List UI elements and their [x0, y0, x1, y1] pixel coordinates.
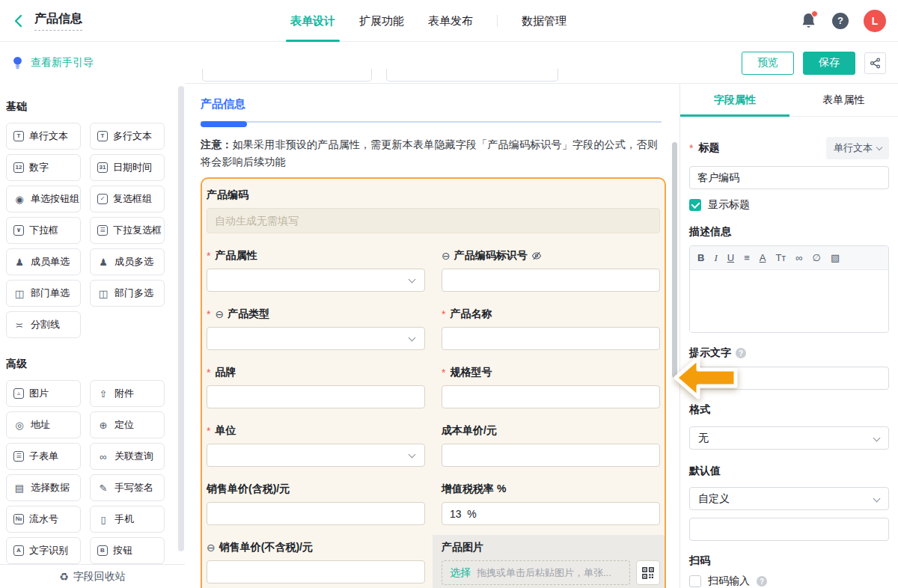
- description-editor[interactable]: B I U ≡ A Tт ∞ ∅ ▧: [689, 245, 889, 333]
- tab-form-properties[interactable]: 表单属性: [789, 84, 898, 116]
- upload-hint: 拖拽或单击后粘贴图片，单张...: [477, 566, 611, 580]
- chevron-down-icon: [409, 276, 416, 284]
- show-title-checkbox[interactable]: [689, 199, 701, 211]
- unit-select[interactable]: [207, 444, 425, 467]
- preview-button[interactable]: 预览: [742, 52, 794, 75]
- field-recycle-bin[interactable]: ♻ 字段回收站: [0, 564, 185, 588]
- product-code-input[interactable]: [207, 208, 660, 233]
- button-field-icon: B: [97, 545, 108, 556]
- palette-item-lookup[interactable]: ∞关联查询: [90, 443, 165, 470]
- palette-item-checkbox-group[interactable]: ✓复选框组: [90, 186, 165, 212]
- tab-extensions[interactable]: 扩展功能: [359, 0, 404, 42]
- tab-form-publish[interactable]: 表单发布: [428, 0, 473, 42]
- palette-item-mobile[interactable]: ▯手机: [90, 506, 165, 533]
- bold-icon[interactable]: B: [697, 253, 704, 263]
- field-row: 产品编码: [207, 189, 660, 233]
- palette-item-date-time[interactable]: 31日期时间: [90, 154, 165, 181]
- main-nav-tabs: 表单设计 扩展功能 表单发布 数据管理: [290, 0, 566, 42]
- avatar[interactable]: L: [864, 10, 886, 32]
- share-button[interactable]: [864, 52, 886, 74]
- canvas-scrollbar[interactable]: [672, 142, 677, 378]
- sale-price-notax-input[interactable]: [207, 560, 425, 584]
- font-size-icon[interactable]: Tт: [775, 253, 786, 263]
- palette-item-dropdown[interactable]: ∨下拉框: [6, 217, 81, 244]
- palette-item-image[interactable]: ▵图片: [6, 380, 81, 407]
- sale-price-tax-input[interactable]: [207, 502, 425, 525]
- palette-item-attachment[interactable]: ⇧附件: [90, 380, 165, 407]
- palette-item-dropdown-multi[interactable]: ☰下拉复选框: [90, 217, 165, 244]
- beginner-guide-link[interactable]: 查看新手引导: [12, 56, 94, 70]
- notifications-button[interactable]: [801, 12, 817, 30]
- palette-item-radio-group[interactable]: ◉单选按钮组: [6, 186, 81, 212]
- palette-item-location[interactable]: ⊕定位: [90, 411, 165, 438]
- vat-rate-input[interactable]: [442, 502, 660, 525]
- scan-section-label: 扫码: [689, 554, 889, 568]
- scan-input-checkbox[interactable]: [689, 575, 701, 587]
- field-title-input[interactable]: [689, 166, 889, 189]
- palette-item-member-multi[interactable]: ♟成员多选: [90, 248, 165, 275]
- palette-item-ocr[interactable]: A文字识别: [6, 537, 81, 564]
- font-color-icon[interactable]: A: [760, 253, 766, 263]
- italic-icon[interactable]: I: [714, 253, 717, 263]
- format-select[interactable]: 无: [689, 426, 889, 450]
- product-name-input[interactable]: [442, 327, 660, 350]
- address-icon: ◎: [13, 420, 25, 430]
- hint-text-input[interactable]: [689, 367, 889, 390]
- upload-select-link[interactable]: 选择: [450, 566, 471, 580]
- field-row: ⊖ 销售单价(不含税)/元 产品图片 选择 拖拽或单击后粘贴图片，单张...: [207, 541, 660, 585]
- underline-icon[interactable]: U: [727, 253, 734, 263]
- field-product-code: 产品编码: [207, 189, 660, 233]
- field-row: 单位 成本单价/元: [207, 424, 660, 467]
- advanced-field-grid: ▵图片 ⇧附件 ◎地址 ⊕定位 ☰子表单 ∞关联查询 ▤选择数据 ✎手写签名 №…: [6, 380, 185, 564]
- image-upload-dropzone[interactable]: 选择 拖拽或单击后粘贴图片，单张...: [442, 560, 630, 585]
- number-icon: 12: [13, 162, 24, 173]
- align-icon[interactable]: ≡: [744, 253, 750, 263]
- back-button[interactable]: [12, 14, 25, 28]
- clipped-field-remnant[interactable]: [202, 69, 372, 82]
- palette-item-select-data[interactable]: ▤选择数据: [6, 474, 81, 501]
- save-button[interactable]: 保存: [803, 52, 855, 75]
- palette-item-multi-line-text[interactable]: T多行文本: [90, 123, 165, 150]
- top-bar: 产品信息 表单设计 扩展功能 表单发布 数据管理 ? L: [0, 0, 898, 42]
- section-title-basic: 基础: [6, 100, 185, 114]
- description-textarea[interactable]: [690, 270, 888, 332]
- product-type-select[interactable]: [207, 327, 425, 350]
- page-title[interactable]: 产品信息: [34, 11, 82, 31]
- help-badge-icon[interactable]: ?: [736, 348, 746, 358]
- unlink-icon[interactable]: ∅: [813, 253, 821, 263]
- palette-item-serial-number[interactable]: №流水号: [6, 506, 81, 533]
- brand-input[interactable]: [207, 385, 425, 408]
- canvas-form-title[interactable]: 产品信息: [201, 97, 662, 111]
- palette-item-number[interactable]: 12数字: [6, 154, 81, 181]
- qr-scan-button[interactable]: [636, 560, 660, 585]
- palette-item-single-line-text[interactable]: T单行文本: [6, 123, 81, 150]
- link-icon[interactable]: ∞: [795, 253, 802, 263]
- palette-item-dept-single[interactable]: ◫部门单选: [6, 280, 81, 307]
- palette-item-subform[interactable]: ☰子表单: [6, 443, 81, 470]
- linked-field-icon: ⊖: [442, 250, 450, 262]
- tab-field-properties[interactable]: 字段属性: [680, 84, 789, 116]
- cost-price-input[interactable]: [442, 444, 660, 467]
- clipped-field-remnant[interactable]: [386, 69, 558, 82]
- palette-item-address[interactable]: ◎地址: [6, 411, 81, 438]
- code-id-input[interactable]: [442, 269, 660, 292]
- sidebar-scrollbar[interactable]: [178, 86, 184, 551]
- help-badge-icon[interactable]: ?: [757, 576, 767, 587]
- palette-item-signature[interactable]: ✎手写签名: [90, 474, 165, 501]
- spec-input[interactable]: [442, 385, 660, 408]
- tab-form-design[interactable]: 表单设计: [290, 0, 335, 42]
- date-time-icon: 31: [97, 162, 108, 173]
- palette-item-member-single[interactable]: ♟成员单选: [6, 248, 81, 275]
- default-custom-input[interactable]: [689, 518, 889, 541]
- tab-data-management[interactable]: 数据管理: [522, 0, 566, 42]
- product-field-group[interactable]: 产品编码 产品属性 ⊖ 产品编码标识号: [201, 177, 666, 588]
- field-type-chip[interactable]: 单行文本: [826, 137, 889, 159]
- default-value-select[interactable]: 自定义: [689, 487, 889, 510]
- palette-item-divider[interactable]: ≍分割线: [6, 311, 81, 338]
- insert-image-icon[interactable]: ▧: [831, 253, 840, 263]
- product-attr-select[interactable]: [207, 269, 425, 292]
- help-button[interactable]: ?: [832, 13, 849, 29]
- panel-tabs: 字段属性 表单属性: [680, 84, 898, 117]
- palette-item-dept-multi[interactable]: ◫部门多选: [90, 280, 165, 307]
- palette-item-button[interactable]: B按钮: [90, 537, 165, 564]
